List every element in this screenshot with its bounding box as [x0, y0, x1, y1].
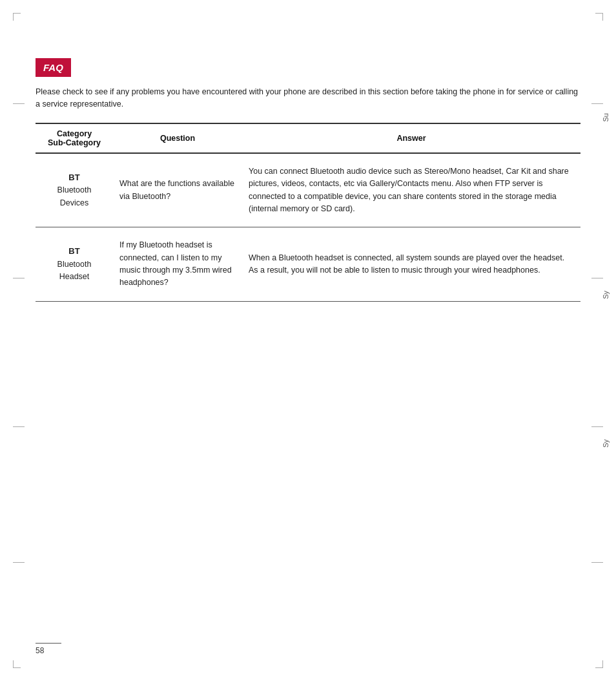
- corner-mark-tr: [595, 13, 603, 21]
- header-category-line1: Category: [57, 129, 92, 138]
- row2-category: BT Bluetooth Headset: [36, 227, 113, 302]
- row1-answer: You can connect Bluetooth audio device s…: [242, 153, 580, 227]
- page-container: Su Sy Sy FAQ Please check to see if any …: [0, 0, 616, 681]
- side-dash-left-mid2: [13, 426, 25, 427]
- side-label-2: Sy: [602, 291, 610, 299]
- header-answer: Answer: [242, 123, 580, 153]
- side-dash-right-mid1: [591, 278, 603, 278]
- side-dash-right-top: [591, 103, 603, 104]
- side-dash-left-top: [13, 103, 25, 104]
- row2-bt-label: BT: [68, 246, 79, 256]
- faq-title: FAQ: [43, 62, 63, 73]
- header-category: Category Sub-Category: [36, 123, 113, 153]
- row1-bt-label: BT: [68, 173, 79, 182]
- table-row: BT Bluetooth Devices What are the functi…: [36, 153, 580, 227]
- row1-question: What are the functions available via Blu…: [113, 153, 242, 227]
- table-row: BT Bluetooth Headset If my Bluetooth hea…: [36, 227, 580, 302]
- side-dash-left-bot: [13, 562, 25, 563]
- corner-mark-bl: [13, 660, 21, 668]
- side-dash-right-mid2: [591, 426, 603, 427]
- header-question: Question: [113, 123, 242, 153]
- row2-sub-label1: Bluetooth: [42, 258, 107, 271]
- faq-header: FAQ: [36, 58, 71, 77]
- corner-mark-br: [595, 660, 603, 668]
- row2-question: If my Bluetooth headset is connected, ca…: [113, 227, 242, 302]
- header-category-line2: Sub-Category: [48, 138, 101, 147]
- corner-mark-tl: [13, 13, 21, 21]
- table-header-row: Category Sub-Category Question Answer: [36, 123, 580, 153]
- page-number: 58: [36, 643, 61, 655]
- row1-sub-label1: Bluetooth: [42, 184, 107, 196]
- row2-answer: When a Bluetooth headset is connected, a…: [242, 227, 580, 302]
- intro-paragraph: Please check to see if any problems you …: [36, 86, 580, 111]
- row1-category: BT Bluetooth Devices: [36, 153, 113, 227]
- side-dash-left-mid1: [13, 278, 25, 278]
- main-content: FAQ Please check to see if any problems …: [36, 58, 580, 302]
- faq-table: Category Sub-Category Question Answer BT…: [36, 123, 580, 302]
- side-dash-right-bot: [591, 562, 603, 563]
- side-label-1: Su: [602, 113, 610, 121]
- side-label-3: Sy: [602, 439, 610, 448]
- row2-sub-label2: Headset: [42, 271, 107, 283]
- row1-sub-label2: Devices: [42, 197, 107, 209]
